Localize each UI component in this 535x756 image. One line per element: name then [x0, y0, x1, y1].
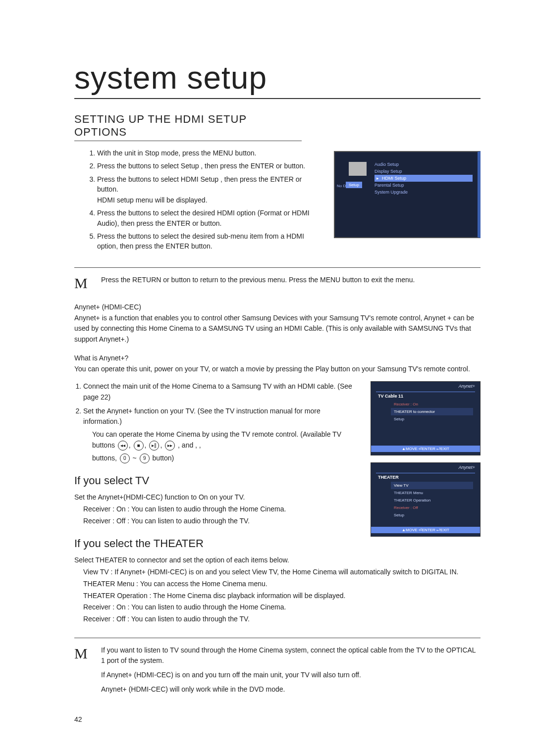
stop-icon: ■	[134, 441, 144, 451]
osd-tv-cable: Anynet+ TV Cable 11 Receiver : On THEATE…	[371, 381, 481, 455]
osd2-row-setup: Setup	[391, 415, 473, 423]
what-is-paragraph: You can operate this unit, power on your…	[74, 364, 481, 375]
note-marker-2: M	[74, 642, 90, 664]
osd-thumbnail	[349, 162, 367, 176]
theater-line-5: Receiver : On : You can listen to audio …	[83, 602, 481, 613]
osd3-row-operation: THEATER Operation	[391, 497, 473, 504]
osd3-row-setup: Setup	[391, 511, 473, 519]
tv-line-3: Receiver : Off : You can listen to audio…	[83, 516, 361, 527]
theater-body: Select THEATER to connector and set the …	[74, 555, 481, 624]
tv-line-1: Set the Anynet+(HDMI-CEC) function to On…	[74, 492, 361, 503]
osd-item-display: Display Setup	[374, 168, 473, 175]
select-theater-heading: If you select the THEATER	[74, 535, 361, 552]
page-title: system setup	[74, 59, 481, 99]
osd3-row-viewtv: View TV	[391, 482, 473, 489]
osd-setup-tab: Setup	[346, 182, 362, 188]
osd3-row-receiver: Receiver : Off	[391, 504, 473, 511]
osd-item-parental: Parental Setup	[374, 182, 473, 189]
fast-forward-icon: ▸▸	[165, 441, 175, 451]
osd-item-audio: Audio Setup	[374, 161, 473, 168]
anynet-heading: Anynet+ (HDMI-CEC)	[74, 303, 481, 311]
section-heading: SETTING UP THE HDMI SETUP OPTIONS	[74, 113, 302, 141]
note-return-menu: Press the RETURN or button to return to …	[101, 275, 481, 285]
note2-line-3: Anynet+ (HDMI-CEC) will only work while …	[101, 684, 481, 695]
anynet-step-2: Set the Anynet+ function on your TV. (Se…	[83, 406, 361, 463]
rewind-icon: ◂◂	[118, 441, 128, 451]
number-zero-icon: 0	[120, 454, 130, 463]
theater-line-4: THEATER Operation : The Home Cinema disc…	[83, 591, 481, 602]
step-3: Press the buttons to select HDMI Setup ,…	[97, 174, 323, 205]
theater-line-3: THEATER Menu : You can access the Home C…	[83, 579, 481, 590]
step-2: Press the buttons to select Setup , then…	[97, 161, 323, 171]
osd2-footer: ▲MOVE ⏎ENTER ⮐EXIT	[371, 446, 480, 452]
osd2-row-receiver: Receiver : On	[391, 401, 473, 408]
play-pause-icon: ▸‖	[149, 441, 159, 451]
tv-remote-line2: buttons,	[92, 454, 117, 462]
anynet-steps: Connect the main unit of the Home Cinema…	[74, 381, 361, 555]
osd2-header: TV Cable 11	[378, 394, 403, 399]
anynet-logo: Anynet+	[459, 384, 475, 389]
osd3-footer: ▲MOVE ⏎ENTER ⮐EXIT	[371, 527, 480, 533]
anynet-step-1: Connect the main unit of the Home Cinema…	[83, 381, 361, 403]
osd-right-column: Anynet+ TV Cable 11 Receiver : On THEATE…	[371, 381, 481, 544]
tv-remote-line1: You can operate the Home Cinema by using…	[92, 430, 341, 449]
osd2-row-theater: THEATER to connector	[391, 408, 473, 415]
note-marker: M	[74, 272, 90, 294]
osd-setup-menu: No Disc Setup Audio Setup Display Setup …	[334, 151, 481, 238]
theater-line-6: Receiver : Off : You can listen to audio…	[83, 614, 481, 625]
theater-line-2: View TV : If Anynet+ (HDMI-CEC) is on an…	[83, 567, 481, 578]
setup-steps: With the unit in Stop mode, press the ME…	[74, 148, 323, 254]
what-is-heading: What is Anynet+?	[74, 354, 481, 362]
page-number: 42	[74, 715, 481, 723]
step-4: Press the buttons to select the desired …	[97, 208, 323, 228]
osd3-row-menu: THEATER Menu	[391, 489, 473, 497]
tv-line-2: Receiver : On : You can listen to audio …	[83, 504, 361, 515]
number-nine-icon: 9	[140, 454, 150, 463]
osd-item-hdmi: ▸ HDMI Setup	[374, 175, 473, 182]
anynet-logo-2: Anynet+	[459, 465, 475, 470]
osd-item-upgrade: System Upgrade	[374, 189, 473, 196]
step-3-sub: HDMI setup menu will be displayed.	[97, 195, 323, 205]
osd3-header: THEATER	[378, 475, 399, 480]
anynet-paragraph: Anynet+ is a function that enables you t…	[74, 313, 481, 345]
step-5: Press the buttons to select the desired …	[97, 231, 323, 252]
note2-line-2: If Anynet+ (HDMI-CEC) is on and you turn…	[101, 670, 481, 680]
osd-theater: Anynet+ THEATER View TV THEATER Menu THE…	[371, 462, 481, 537]
theater-line-1: Select THEATER to connector and set the …	[74, 555, 481, 566]
note2-line-1: If you want to listen to TV sound throug…	[101, 645, 481, 666]
step-1: With the unit in Stop mode, press the ME…	[97, 148, 323, 158]
select-tv-heading: If you select TV	[74, 472, 361, 489]
